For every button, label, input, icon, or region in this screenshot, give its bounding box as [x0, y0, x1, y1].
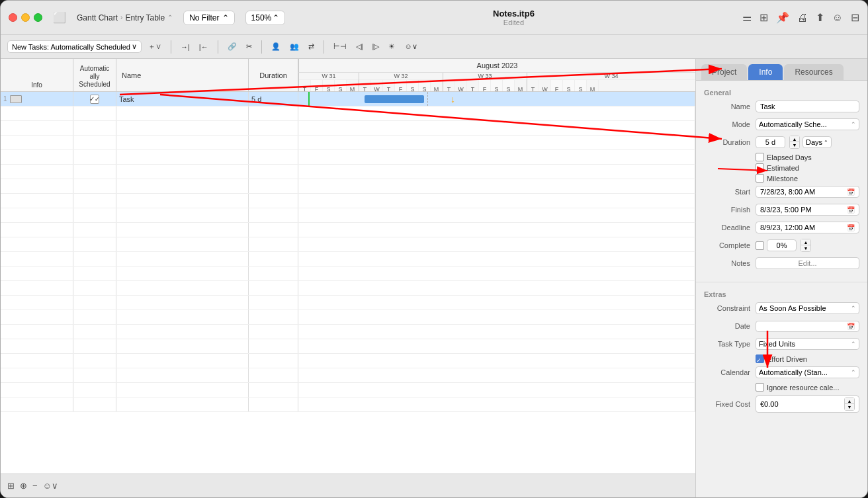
breadcrumb-gantt[interactable]: Gantt Chart: [77, 13, 118, 22]
person-action-button[interactable]: ⇄: [306, 41, 317, 52]
table-row: [1, 208, 695, 223]
name-cell[interactable]: Task: [116, 92, 249, 106]
complete-input[interactable]: 0%: [767, 239, 797, 251]
ignore-resource-checkbox[interactable]: [756, 383, 764, 392]
effort-driven-label: Effort Driven: [767, 355, 807, 363]
duration-unit-select[interactable]: Days ⌃: [803, 136, 832, 148]
calendar-view-icon[interactable]: ⊞: [760, 11, 768, 24]
mode-select[interactable]: Automatically Sche... ⌃: [756, 118, 859, 130]
deadline-arrow: ↓: [451, 94, 455, 104]
today-button[interactable]: ☀: [386, 41, 398, 52]
constraint-calendar-icon[interactable]: 📅: [847, 323, 855, 330]
unlink-button[interactable]: ✂: [243, 41, 255, 52]
duration-cell[interactable]: 5 d: [249, 92, 298, 106]
deadline-date-field[interactable]: 8/9/23, 12:00 AM 📅: [756, 222, 859, 233]
close-button[interactable]: [9, 13, 17, 22]
print-icon[interactable]: 🖨: [797, 12, 808, 24]
duration-controls: 5 d ▲ ▼ Days ⌃: [756, 136, 859, 149]
estimated-checkbox[interactable]: [756, 163, 764, 172]
fit-button[interactable]: ⊢⊣: [331, 41, 349, 52]
emoji-icon[interactable]: ☺: [832, 12, 843, 24]
milestone-checkbox[interactable]: [756, 174, 764, 183]
mode-label: Mode: [704, 120, 750, 128]
name-input[interactable]: Task: [756, 101, 859, 112]
table-row: [1, 368, 695, 383]
table-row: [1, 296, 695, 310]
scroll-right-button[interactable]: |▷: [370, 41, 382, 52]
complete-stepper[interactable]: ▲ ▼: [801, 239, 811, 252]
elapsed-days-checkbox[interactable]: [756, 153, 764, 161]
fixed-cost-spin-down[interactable]: ▼: [845, 404, 854, 410]
fixed-cost-input[interactable]: €0.00 ▲ ▼: [756, 395, 859, 413]
effort-driven-checkbox[interactable]: ✓: [756, 354, 764, 363]
constraint-select[interactable]: As Soon As Possible ⌃: [756, 302, 859, 314]
day-T3: T: [383, 80, 395, 91]
remove-row-icon[interactable]: −: [32, 481, 38, 491]
calendar-select[interactable]: Automatically (Stan... ⌃: [756, 366, 859, 378]
scroll-left-button[interactable]: ◁|: [353, 41, 366, 52]
zoom-dropdown-icon[interactable]: ☺∨: [43, 481, 58, 491]
auto-scheduled-checkbox[interactable]: ✓: [90, 95, 99, 104]
table-row[interactable]: 1 ✓ Task 5 d: [1, 92, 695, 106]
panel-toggle-icon[interactable]: ⊟: [851, 11, 859, 24]
constraint-label: Constraint: [704, 304, 750, 312]
zoom-control[interactable]: 150% ⌃: [245, 11, 286, 25]
breadcrumb-entry-table[interactable]: Entry Table: [125, 13, 165, 22]
week-34: W 34 T W F S S M: [527, 73, 695, 91]
deadline-calendar-icon[interactable]: 📅: [847, 224, 855, 231]
indent-right-button[interactable]: →|: [178, 42, 193, 52]
name-column-header: Name: [116, 59, 249, 91]
minimize-button[interactable]: [21, 13, 30, 22]
assign-person-button[interactable]: 👥: [287, 41, 302, 52]
constraint-date-field[interactable]: 📅: [756, 321, 859, 332]
table-row: [1, 310, 695, 325]
tab-info[interactable]: Info: [748, 64, 783, 80]
complete-spin-down[interactable]: ▼: [801, 245, 810, 251]
complete-spin-up[interactable]: ▲: [801, 239, 810, 245]
auto-scheduled-column-header: AutomaticallyScheduled: [73, 59, 116, 91]
duration-stepper[interactable]: ▲ ▼: [789, 136, 800, 149]
auto-cell: ✓: [73, 92, 116, 106]
add-button[interactable]: ＋∨: [146, 40, 164, 53]
panel-tabs: Project Info Resources: [696, 59, 867, 81]
filter-dropdown[interactable]: No Filter ⌃: [183, 11, 234, 25]
duration-input[interactable]: 5 d: [756, 136, 785, 148]
toolbar-separator3: [261, 40, 262, 54]
filter-icon[interactable]: ⚌: [742, 11, 752, 24]
gantt-bar-cell[interactable]: ↓: [298, 92, 695, 106]
notes-field[interactable]: Edit...: [756, 257, 859, 269]
start-calendar-icon[interactable]: 📅: [847, 188, 855, 196]
tab-resources[interactable]: Resources: [784, 64, 843, 80]
indent-left-button[interactable]: |←: [196, 42, 211, 52]
fixed-cost-stepper[interactable]: ▲ ▼: [844, 397, 855, 411]
fixed-cost-spin-up[interactable]: ▲: [845, 398, 854, 404]
table-row: [1, 397, 695, 412]
add-row-icon[interactable]: ⊕: [20, 481, 27, 491]
finish-calendar-icon[interactable]: 📅: [847, 206, 855, 214]
maximize-button[interactable]: [34, 13, 42, 22]
link-button[interactable]: 🔗: [225, 41, 239, 52]
name-label: Name: [704, 103, 750, 110]
finish-date-field[interactable]: 8/3/23, 5:00 PM 📅: [756, 204, 859, 216]
complete-checkbox[interactable]: [756, 241, 764, 250]
smiley-dropdown[interactable]: ☺∨: [402, 41, 419, 52]
view-toggle-icon[interactable]: ⊞: [7, 481, 15, 491]
table-row: [1, 252, 695, 267]
fixed-cost-row: Fixed Cost €0.00 ▲ ▼: [704, 395, 859, 413]
start-date-field[interactable]: 7/28/23, 8:00 AM 📅: [756, 186, 859, 198]
assign-resource-button[interactable]: 👤: [269, 41, 283, 52]
tab-project[interactable]: Project: [701, 64, 747, 80]
task-type-select[interactable]: Fixed Units ⌃: [756, 338, 859, 350]
duration-spin-down[interactable]: ▼: [790, 142, 799, 148]
calendar-select-arrow: ⌃: [851, 369, 856, 376]
sidebar-toggle-icon[interactable]: ⬜: [53, 11, 66, 24]
task-bar[interactable]: [365, 95, 424, 103]
column-headers: Info AutomaticallyScheduled Name Duratio…: [1, 59, 695, 92]
table-row: [1, 106, 695, 121]
toolbar-separator4: [324, 40, 324, 54]
gantt-area: Info AutomaticallyScheduled Name Duratio…: [1, 59, 695, 497]
share-icon[interactable]: ⬆: [816, 11, 824, 24]
new-tasks-dropdown[interactable]: New Tasks: Automatically Scheduled ∨: [7, 40, 142, 53]
pin-icon[interactable]: 📌: [776, 11, 789, 24]
duration-spin-up[interactable]: ▲: [790, 136, 799, 142]
